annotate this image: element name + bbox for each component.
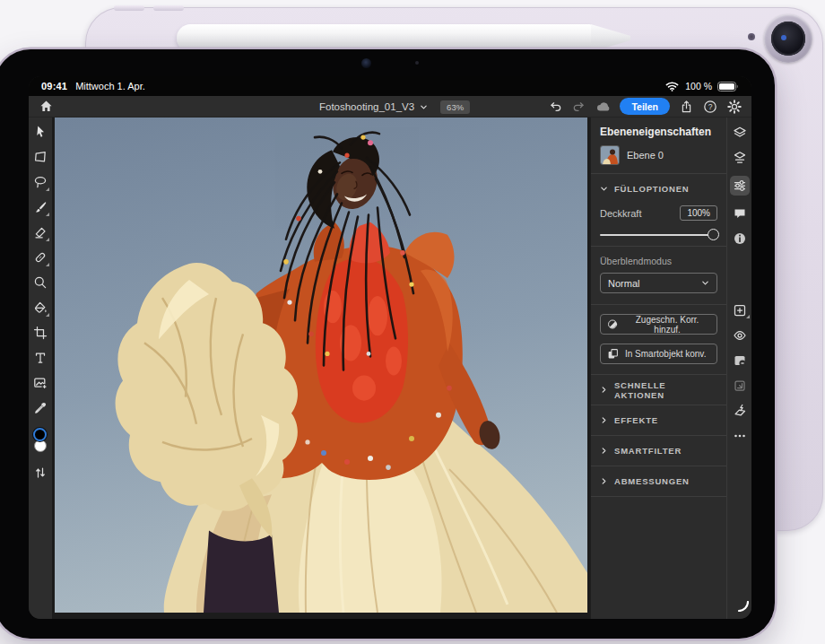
app-title-bar: Fotoshooting_01_V3 63% Teilen bbox=[29, 96, 751, 117]
rear-microphone bbox=[748, 33, 755, 40]
settings-gear-icon[interactable] bbox=[726, 99, 742, 115]
foreground-color-swatch[interactable] bbox=[33, 428, 47, 441]
tools-sidebar bbox=[29, 117, 52, 619]
battery-percentage: 100 % bbox=[685, 81, 712, 91]
clock: 09:41 bbox=[41, 81, 67, 91]
layers-icon[interactable] bbox=[730, 126, 750, 140]
visibility-eye-icon[interactable] bbox=[730, 328, 750, 343]
help-icon[interactable]: ? bbox=[702, 99, 718, 115]
opacity-slider[interactable] bbox=[600, 229, 717, 241]
smart-object-icon bbox=[607, 348, 619, 360]
layer-row[interactable]: Ebene 0 bbox=[600, 145, 717, 165]
chevron-right-icon bbox=[600, 447, 608, 455]
undo-icon[interactable] bbox=[547, 99, 563, 115]
section-fill-options[interactable]: FÜLLOPTIONEN bbox=[591, 174, 726, 194]
svg-text:?: ? bbox=[708, 102, 713, 111]
layer-properties-icon[interactable] bbox=[730, 176, 750, 196]
blend-mode-dropdown[interactable]: Normal bbox=[600, 273, 717, 293]
panel-title: Ebeneneigenschaften bbox=[600, 126, 717, 138]
more-options-icon[interactable] bbox=[730, 429, 750, 443]
add-clipped-adjustment-button[interactable]: Zugeschn. Korr. hinzuf. bbox=[600, 314, 717, 335]
eyedropper-tool[interactable] bbox=[33, 401, 48, 415]
battery-icon bbox=[717, 78, 739, 94]
ipad-screen: 09:41 Mittwoch 1. Apr. 100 % bbox=[29, 76, 751, 619]
fill-tool[interactable] bbox=[33, 300, 48, 315]
background-color-swatch[interactable] bbox=[34, 439, 47, 452]
foreground-background-color-swatches[interactable] bbox=[32, 428, 48, 455]
section-dimensions[interactable]: ABMESSUNGEN bbox=[591, 466, 726, 496]
pencil-tip bbox=[591, 24, 630, 52]
date-label: Mittwoch 1. Apr. bbox=[75, 81, 145, 91]
layer-name: Ebene 0 bbox=[627, 150, 664, 161]
transform-tool[interactable] bbox=[33, 150, 48, 164]
cloud-sync-icon[interactable] bbox=[595, 99, 612, 115]
chevron-down-icon bbox=[701, 279, 709, 287]
lens-glint bbox=[781, 35, 786, 40]
document-canvas[interactable] bbox=[52, 117, 590, 619]
layer-mask-icon[interactable] bbox=[730, 353, 750, 368]
move-tool[interactable] bbox=[33, 125, 48, 139]
opacity-value-field[interactable]: 100% bbox=[680, 205, 717, 221]
panel-switcher-strip bbox=[726, 117, 751, 619]
brush-tool[interactable] bbox=[33, 200, 48, 214]
section-quick-actions[interactable]: SCHNELLE AKTIONEN bbox=[591, 375, 726, 405]
flatten-icon[interactable] bbox=[730, 404, 750, 418]
layer-properties-panel: Ebeneneigenschaften Ebene 0 FÜLLOPTIONEN… bbox=[590, 117, 726, 619]
section-effects[interactable]: EFFEKTE bbox=[591, 405, 726, 435]
move-layer-icon[interactable] bbox=[730, 379, 750, 393]
product-scene: 09:41 Mittwoch 1. Apr. 100 % bbox=[0, 0, 825, 644]
adjustment-icon bbox=[607, 318, 618, 330]
front-camera bbox=[361, 58, 371, 68]
layer-thumbnail[interactable] bbox=[600, 145, 620, 165]
zoom-level-badge[interactable]: 63% bbox=[440, 100, 470, 114]
slider-track[interactable] bbox=[600, 234, 717, 236]
sensor-dot bbox=[415, 61, 419, 65]
rear-camera bbox=[764, 14, 812, 63]
add-layer-icon[interactable] bbox=[730, 303, 750, 318]
swap-colors-tool[interactable] bbox=[33, 466, 48, 480]
blend-mode-label: Überblendmodus bbox=[600, 256, 717, 266]
chevron-down-icon bbox=[600, 185, 608, 193]
place-image-tool[interactable] bbox=[33, 376, 48, 390]
home-icon[interactable] bbox=[38, 99, 54, 115]
slider-knob[interactable] bbox=[708, 229, 719, 240]
adjustment-layers-icon[interactable] bbox=[730, 151, 750, 165]
crop-tool[interactable] bbox=[33, 326, 48, 340]
redo-icon[interactable] bbox=[571, 99, 587, 115]
document-title[interactable]: Fotoshooting_01_V3 bbox=[319, 101, 414, 112]
chevron-down-icon bbox=[420, 103, 428, 111]
share-sheet-icon[interactable] bbox=[678, 99, 694, 115]
share-button[interactable]: Teilen bbox=[620, 98, 670, 115]
canvas-photo[interactable] bbox=[55, 117, 587, 613]
magic-wand-tool[interactable] bbox=[33, 275, 48, 290]
corner-swipe-indicator bbox=[738, 601, 749, 614]
volume-button bbox=[114, 5, 144, 11]
opacity-label: Deckkraft bbox=[600, 208, 641, 219]
eraser-tool[interactable] bbox=[33, 225, 48, 239]
section-smart-filter[interactable]: SMARTFILTER bbox=[591, 436, 726, 466]
wifi-icon bbox=[664, 78, 680, 94]
camera-lens bbox=[771, 22, 805, 56]
status-bar: 09:41 Mittwoch 1. Apr. 100 % bbox=[29, 76, 751, 96]
chevron-right-icon bbox=[600, 416, 608, 424]
pencil-body bbox=[177, 24, 592, 52]
volume-button bbox=[153, 5, 184, 11]
info-icon[interactable] bbox=[730, 231, 750, 246]
chevron-right-icon bbox=[600, 386, 608, 394]
type-tool[interactable] bbox=[33, 351, 48, 365]
convert-to-smart-object-button[interactable]: In Smartobjekt konv. bbox=[600, 344, 717, 364]
comments-icon[interactable] bbox=[730, 206, 750, 221]
chevron-right-icon bbox=[600, 477, 608, 485]
lasso-tool[interactable] bbox=[33, 175, 48, 189]
healing-brush-tool[interactable] bbox=[33, 250, 48, 265]
apple-pencil bbox=[177, 24, 630, 52]
